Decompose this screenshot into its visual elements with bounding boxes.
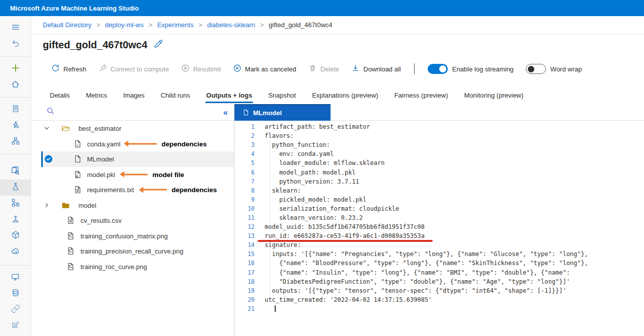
- selected-check-icon: [44, 155, 53, 163]
- download-icon: [351, 64, 360, 74]
- chevron-down-icon[interactable]: [43, 125, 50, 132]
- nav-data-labeling-button[interactable]: [0, 318, 31, 334]
- nav-endpoints-button[interactable]: [0, 228, 31, 244]
- run-tabs: Details Metrics Images Child runs Output…: [31, 87, 644, 104]
- code-line: 4 env: conda.yaml: [234, 149, 644, 158]
- code-line: 9 pickled_model: model.pkl: [234, 195, 644, 204]
- main-area: Default Directory > deploy-ml-ws > Exper…: [31, 16, 644, 336]
- tree-item-training-confusion-matrix[interactable]: training_confusion_matrix.png: [31, 228, 234, 244]
- page-title-row: gifted_gold_467t0wc4: [43, 39, 163, 51]
- nav-models-button[interactable]: [0, 212, 31, 228]
- code-line: 20utc_time_created: '2022-04-02 14:37:15…: [234, 295, 644, 304]
- nav-back-button[interactable]: [0, 36, 31, 52]
- tab-metrics[interactable]: Metrics: [85, 87, 108, 104]
- word-wrap-toggle[interactable]: [526, 64, 546, 74]
- code-line: 3 python_function:: [234, 140, 644, 149]
- code-line-run-id: 13run_id: e665287a-ce53-41f9-a6c1-d0089a…: [234, 231, 644, 240]
- mark-as-canceled-button[interactable]: Mark as canceled: [233, 64, 296, 74]
- tab-details[interactable]: Details: [49, 87, 71, 104]
- file-tree-panel: « best_estimator y: conda.yaml dependenc…: [31, 104, 234, 336]
- download-all-button[interactable]: Download all: [351, 64, 400, 74]
- nav-designer-button[interactable]: [0, 134, 31, 150]
- tab-explanations[interactable]: Explanations (preview): [311, 87, 379, 104]
- nav-datasets-button[interactable]: [0, 163, 31, 180]
- collapse-panel-button[interactable]: «: [223, 108, 228, 117]
- nav-home-button[interactable]: [0, 77, 31, 93]
- text-cursor: [275, 305, 276, 312]
- cloud-icon: [11, 246, 20, 258]
- plug-icon: [99, 64, 107, 74]
- nav-notebooks-button[interactable]: [0, 102, 31, 118]
- log-streaming-toggle-group: Enable log streaming: [428, 64, 514, 74]
- breadcrumb-item-current: gifted_gold_467t0wc4: [269, 21, 333, 29]
- run-id-highlight-underline: [258, 240, 433, 242]
- code-line: 2flavors:: [234, 131, 644, 140]
- delete-button[interactable]: Delete: [308, 64, 340, 74]
- tab-monitoring[interactable]: Monitoring (preview): [463, 87, 525, 104]
- tree-item-training-precision-recall-curve[interactable]: training_precision_recall_curve.png: [31, 243, 234, 259]
- word-wrap-toggle-group: Word wrap: [526, 64, 582, 74]
- nav-automated-ml-button[interactable]: [0, 118, 31, 134]
- tree-item-cv-results-csv[interactable]: cv_results.csv: [31, 213, 234, 228]
- tree-item-model-pkl[interactable]: model.pkl model file: [31, 167, 234, 183]
- tab-outputs-logs[interactable]: Outputs + logs: [205, 87, 253, 104]
- folder-open-icon: [61, 124, 70, 133]
- breadcrumb-separator: >: [97, 22, 100, 29]
- org-chart-icon: [11, 136, 20, 147]
- refresh-button[interactable]: Refresh: [51, 64, 87, 74]
- code-line: 8 sklearn:: [234, 186, 644, 195]
- edit-title-button[interactable]: [153, 39, 163, 51]
- breadcrumb-separator: >: [260, 22, 264, 29]
- code-line: 5 loader_module: mlflow.sklearn: [234, 158, 644, 167]
- refresh-icon: [51, 64, 60, 74]
- chevron-right-icon[interactable]: [43, 202, 50, 209]
- outputs-logs-content: « best_estimator y: conda.yaml dependenc…: [31, 104, 644, 336]
- code-line: 10 serialization_format: cloudpickle: [234, 204, 644, 213]
- nav-compute-button[interactable]: [0, 270, 31, 286]
- tab-fairness[interactable]: Fairness (preview): [393, 87, 449, 104]
- search-icon[interactable]: [46, 107, 55, 118]
- nav-pipelines-button[interactable]: [0, 196, 31, 212]
- breadcrumb-item[interactable]: deploy-ml-ws: [105, 21, 144, 29]
- flask-icon: [11, 182, 20, 193]
- log-streaming-toggle[interactable]: [428, 64, 448, 74]
- nav-new-button[interactable]: [0, 61, 31, 77]
- nav-experiments-button[interactable]: [0, 180, 31, 196]
- nav-datastores-button[interactable]: [0, 286, 31, 302]
- editor-tab-mlmodel[interactable]: MLmodel: [234, 104, 331, 121]
- code-line: 18 "DiabetesPedigreeFunction", "type": "…: [234, 277, 644, 286]
- tree-item-mlmodel[interactable]: MLmodel: [31, 151, 234, 167]
- yaml-file-icon: y:: [73, 140, 82, 148]
- tree-item-requirements-txt[interactable]: requirements.txt dependencies: [31, 182, 234, 198]
- tab-snapshot[interactable]: Snapshot: [267, 87, 297, 104]
- link-icon: [11, 304, 20, 315]
- edit-square-icon: [11, 320, 20, 331]
- code-viewer[interactable]: 1artifact_path: best_estimator 2flavors:…: [234, 121, 644, 336]
- tree-item-best-estimator[interactable]: best_estimator: [31, 121, 234, 136]
- undo-icon: [11, 39, 20, 50]
- pencil-icon: [153, 42, 163, 50]
- breadcrumb-item[interactable]: Experiments: [157, 21, 193, 29]
- nav-linked-services-button[interactable]: [0, 302, 31, 318]
- breadcrumb-item[interactable]: Default Directory: [43, 21, 92, 29]
- annotation-arrow-icon: [125, 143, 157, 144]
- tree-item-training-roc-curve[interactable]: training_roc_curve.png: [31, 259, 234, 275]
- breadcrumb-item[interactable]: diabetes-sklearn: [207, 21, 255, 29]
- code-line: 12model_uuid: b135c5df1b674705bb6f8d1951…: [234, 222, 644, 231]
- rail-divider: [0, 97, 31, 98]
- resubmit-button[interactable]: Resubmit: [181, 64, 221, 74]
- log-streaming-label: Enable log streaming: [452, 65, 514, 73]
- tree-item-conda-yaml[interactable]: y: conda.yaml dependencies: [31, 136, 234, 152]
- tab-images[interactable]: Images: [122, 87, 146, 104]
- connect-to-compute-button[interactable]: Connect to compute: [99, 64, 169, 74]
- nav-data-drift-button[interactable]: [0, 244, 31, 260]
- code-line: 16 {"name": "BloodPressure", "type": "lo…: [234, 259, 644, 268]
- toolbar-divider: [414, 63, 415, 74]
- tab-child-runs[interactable]: Child runs: [159, 87, 191, 104]
- cancel-circle-icon: [233, 64, 242, 74]
- nav-menu-button[interactable]: [0, 20, 31, 36]
- code-line: 14signature:: [234, 240, 644, 249]
- code-line: 17 {"name": "Insulin", "type": "long"}, …: [234, 268, 644, 277]
- page-title: gifted_gold_467t0wc4: [43, 39, 147, 51]
- tree-item-model-folder[interactable]: model: [31, 198, 234, 213]
